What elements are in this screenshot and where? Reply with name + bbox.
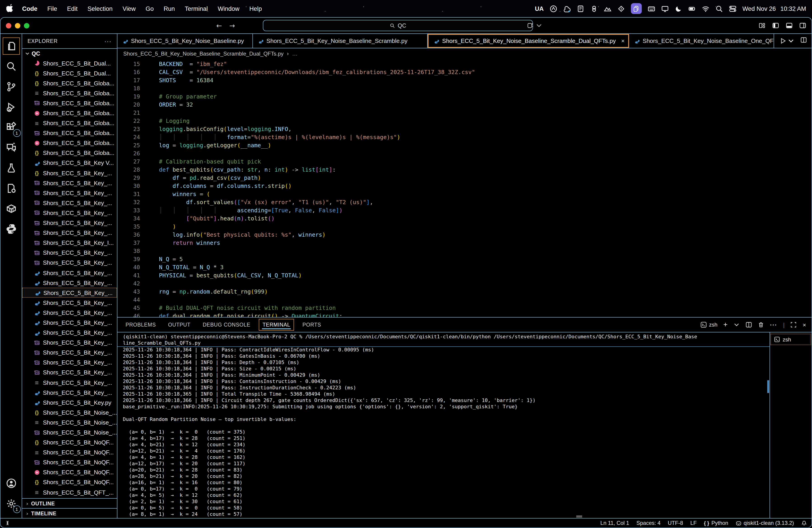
- close-window-button[interactable]: [6, 23, 11, 28]
- control-center-icon[interactable]: [729, 5, 737, 12]
- file-item[interactable]: path fill="currentColor" d="M7.9 1C6.2 1…: [22, 398, 117, 408]
- wifi-icon[interactable]: [702, 5, 710, 12]
- adobe-cc-icon[interactable]: [563, 5, 571, 12]
- activity-accounts-icon[interactable]: [2, 475, 20, 492]
- openai-icon[interactable]: [590, 5, 598, 12]
- file-item[interactable]: path fill="currentColor" d="M7.9 1C6.2 1…: [22, 298, 117, 308]
- file-item[interactable]: ≡Shors_ECC_5_Bit_Globa...: [22, 88, 117, 98]
- status-item-ln-11-col-1[interactable]: Ln 11, Col 1: [600, 520, 629, 526]
- file-item[interactable]: Shors_ECC_5_Bit_NoQF...: [22, 458, 117, 468]
- activity-search-icon[interactable]: [2, 58, 20, 75]
- activity-code-runner-icon[interactable]: [2, 180, 20, 197]
- file-item[interactable]: Shors_ECC_5_Bit_Globa...: [22, 128, 117, 138]
- command-center-search[interactable]: QC: [263, 20, 533, 31]
- toggle-panel-icon[interactable]: [786, 22, 793, 29]
- status-item-bell[interactable]: [801, 520, 807, 526]
- do-not-disturb-icon[interactable]: [675, 5, 682, 12]
- breadcrumb-more[interactable]: …: [292, 51, 298, 57]
- editor-tab-active[interactable]: path fill="currentColor" d="M7.9 1C6.2 1…: [428, 34, 629, 48]
- go-back-button[interactable]: ←: [216, 22, 222, 30]
- file-item[interactable]: Shors_ECC_5_Bit_Noise_...: [22, 428, 117, 438]
- panel-tab-debug-console[interactable]: DEBUG CONSOLE: [203, 319, 250, 331]
- split-editor-icon[interactable]: [800, 37, 807, 45]
- activity-chat-icon[interactable]: [2, 139, 20, 156]
- file-item[interactable]: Shors_ECC_5_Bit_Globa...: [22, 108, 117, 118]
- menu-item-file[interactable]: File: [42, 5, 62, 12]
- file-item[interactable]: {}Shors_ECC_5_Bit_Globa...: [22, 78, 117, 88]
- activity-containers-icon[interactable]: [2, 200, 20, 217]
- activity-run-debug-icon[interactable]: [2, 98, 20, 116]
- new-terminal-button[interactable]: +: [723, 321, 727, 329]
- customize-layout-icon[interactable]: [759, 22, 766, 29]
- file-item[interactable]: Shors_ECC_5_Bit_Key_...: [22, 228, 117, 238]
- wallpaper-icon[interactable]: [604, 5, 611, 12]
- file-item[interactable]: {}Shors_ECC_5_Bit_NoQF...: [22, 477, 117, 487]
- file-item[interactable]: Shors_ECC_5_Bit_Key_...: [22, 338, 117, 347]
- file-item[interactable]: path fill="currentColor" d="M7.9 1C6.2 1…: [22, 308, 117, 318]
- menu-item-selection[interactable]: Selection: [83, 5, 118, 12]
- file-item[interactable]: ≡Shors_ECC_5_Bit_Key_...: [22, 377, 117, 387]
- file-item[interactable]: {}Shors_ECC_5_Bit_Noise_...: [22, 408, 117, 417]
- file-item[interactable]: {}Shors_ECC_5_Bit_Dual...: [22, 68, 117, 78]
- file-item[interactable]: Shors_ECC_5_Bit_Key_...: [22, 258, 117, 268]
- file-item[interactable]: ≡Shors_ECC_5_Bit_Noise_...: [22, 417, 117, 428]
- workspace-section-qc[interactable]: QC: [22, 49, 117, 58]
- display-icon[interactable]: [661, 5, 669, 12]
- file-item[interactable]: ≡Shors_ECC_5_Bit_QFT_...: [22, 487, 117, 497]
- terminal-list-item-zsh[interactable]: zsh: [770, 334, 811, 345]
- activity-settings-icon[interactable]: 1: [2, 495, 20, 512]
- file-item[interactable]: Shors_ECC_5_Bit_Key_...: [22, 248, 117, 258]
- file-item[interactable]: ≡Shors_ECC_5_Bit_NoQF...: [22, 447, 117, 457]
- terminal-scrollbar[interactable]: [767, 380, 769, 393]
- panel-tab-terminal[interactable]: TERMINAL: [259, 319, 294, 331]
- zoom-window-button[interactable]: [24, 23, 29, 28]
- file-item[interactable]: Shors_ECC_5_Bit_NoQF...: [22, 468, 117, 477]
- battery-icon[interactable]: [688, 5, 696, 12]
- menu-item-terminal[interactable]: Terminal: [180, 5, 213, 12]
- kill-terminal-trash-icon[interactable]: [758, 322, 764, 328]
- file-item[interactable]: Shors_ECC_5_Bit_Key_...: [22, 368, 117, 377]
- breadcrumb[interactable]: Shors_ECC_5_Bit_Key_Noise_Baseline_Scram…: [117, 48, 812, 59]
- editor-tab[interactable]: path fill="currentColor" d="M7.9 1C6.2 1…: [253, 34, 428, 48]
- notes-icon[interactable]: [577, 5, 584, 12]
- menu-item-window[interactable]: Window: [213, 5, 244, 12]
- file-item[interactable]: path fill="currentColor" d="M7.9 1C6.2 1…: [22, 328, 117, 338]
- file-item[interactable]: path fill="currentColor" d="M7.9 1C6.2 1…: [22, 278, 117, 288]
- file-item[interactable]: path fill="currentColor" d="M7.9 1C6.2 1…: [22, 318, 117, 328]
- minimize-window-button[interactable]: [15, 23, 20, 28]
- file-item[interactable]: path fill="currentColor" d="M7.9 1C6.2 1…: [22, 268, 117, 278]
- toggle-secondary-sidebar-icon[interactable]: [799, 22, 806, 29]
- terminal-output[interactable]: (qiskit1-clean) steventippeconnic@Steven…: [117, 332, 770, 518]
- apple-menu-icon[interactable]: [6, 4, 14, 13]
- status-item-python[interactable]: { }Python: [704, 520, 728, 526]
- panel-tab-problems[interactable]: PROBLEMS: [126, 319, 156, 331]
- status-item-qiskit1-clean-3-13-2-[interactable]: qiskit1-clean (3.13.2): [736, 520, 794, 526]
- file-item[interactable]: Shors_ECC_5_Bit_Key_...: [22, 218, 117, 228]
- activity-explorer-icon[interactable]: [2, 38, 20, 55]
- panel-tab-ports[interactable]: PORTS: [302, 319, 321, 331]
- file-item[interactable]: Shors_ECC_5_Bit_Key_...: [22, 347, 117, 357]
- editor-tab[interactable]: path fill="currentColor" d="M7.9 1C6.2 1…: [117, 34, 253, 48]
- file-item[interactable]: Shors_ECC_5_Bit_Dual...: [22, 58, 117, 68]
- status-item-lf[interactable]: LF: [690, 520, 697, 526]
- menu-item-code[interactable]: Code: [17, 5, 42, 12]
- file-item[interactable]: Shors_ECC_5_Bit_Key_...: [22, 358, 117, 368]
- spotlight-icon[interactable]: [715, 5, 723, 12]
- file-item[interactable]: Shors_ECC_5_Bit_Key_I...: [22, 238, 117, 248]
- activity-testing-icon[interactable]: [2, 159, 20, 176]
- file-item[interactable]: {}Shors_ECC_5_Bit_Key_...: [22, 168, 117, 178]
- file-item[interactable]: Shors_ECC_5_Bit_Key_...: [22, 188, 117, 198]
- screen-mirroring-icon[interactable]: [631, 3, 642, 14]
- diamond-plus-icon[interactable]: [617, 5, 625, 12]
- split-terminal-icon[interactable]: [745, 322, 752, 328]
- file-item[interactable]: Shors_ECC_5_Bit_Key_...: [22, 198, 117, 208]
- activity-source-control-icon[interactable]: [2, 78, 20, 95]
- menu-item-edit[interactable]: Edit: [62, 5, 83, 12]
- file-item[interactable]: Shors_ECC_5_Bit_Key_...: [22, 178, 117, 188]
- explorer-more-actions[interactable]: ···: [104, 38, 112, 44]
- maximize-panel-icon[interactable]: [791, 322, 797, 328]
- outline-section-header[interactable]: ›OUTLINE: [22, 498, 117, 508]
- keyboard-icon[interactable]: [648, 5, 655, 12]
- input-source-indicator[interactable]: UA: [535, 5, 544, 12]
- file-item[interactable]: {}Shors_ECC_5_Bit_NoQF...: [22, 438, 117, 447]
